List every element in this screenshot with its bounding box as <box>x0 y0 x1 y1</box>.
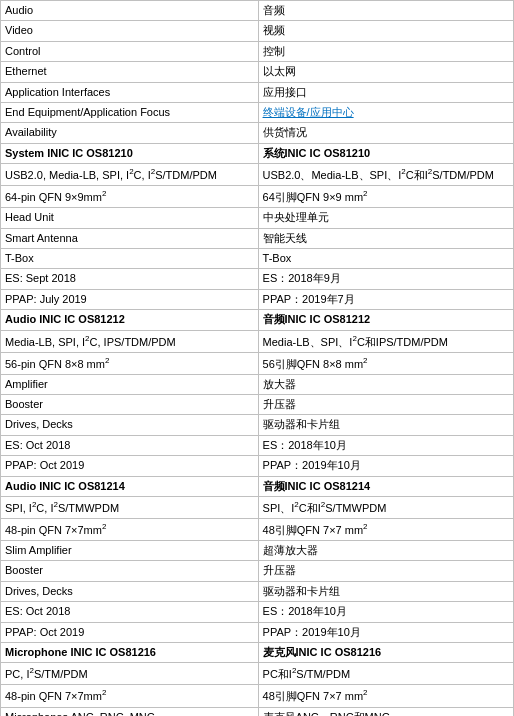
cell-zh: ES：2018年10月 <box>258 602 513 622</box>
table-row: Control控制 <box>1 41 514 61</box>
table-row: Amplifier放大器 <box>1 374 514 394</box>
cell-zh: 终端设备/应用中心 <box>258 102 513 122</box>
cell-en: 64-pin QFN 9×9mm2 <box>1 186 259 208</box>
cell-zh: 视频 <box>258 21 513 41</box>
table-row: End Equipment/Application Focus终端设备/应用中心 <box>1 102 514 122</box>
cell-en: ES: Oct 2018 <box>1 435 259 455</box>
cell-en: T-Box <box>1 249 259 269</box>
table-row: 56-pin QFN 8×8 mm256引脚QFN 8×8 mm2 <box>1 352 514 374</box>
cell-en: Media-LB, SPI, I2C, IPS/TDM/PDM <box>1 330 259 352</box>
cell-zh: USB2.0、Media-LB、SPI、I2C和I2S/TDM/PDM <box>258 164 513 186</box>
cell-en: 56-pin QFN 8×8 mm2 <box>1 352 259 374</box>
table-row: PPAP: July 2019PPAP：2019年7月 <box>1 289 514 309</box>
cell-zh: 供货情况 <box>258 123 513 143</box>
cell-zh: 智能天线 <box>258 228 513 248</box>
cell-zh: 48引脚QFN 7×7 mm2 <box>258 685 513 707</box>
cell-en: Application Interfaces <box>1 82 259 102</box>
cell-en: Slim Amplifier <box>1 541 259 561</box>
cell-en: Drives, Decks <box>1 581 259 601</box>
table-row: ES: Sept 2018ES：2018年9月 <box>1 269 514 289</box>
cell-en: Head Unit <box>1 208 259 228</box>
cell-en: Smart Antenna <box>1 228 259 248</box>
table-row: Microphones ANC, RNC, MNC麦克风ANC、RNC和MNC <box>1 707 514 716</box>
table-row: PC, I2S/TM/PDMPC和I2S/TM/PDM <box>1 663 514 685</box>
cell-en: PPAP: Oct 2019 <box>1 622 259 642</box>
table-row: Application Interfaces应用接口 <box>1 82 514 102</box>
cell-zh: PPAP：2019年7月 <box>258 289 513 309</box>
cell-en: ES: Sept 2018 <box>1 269 259 289</box>
cell-en: SPI, I2C, I2S/TMWPDM <box>1 497 259 519</box>
cell-zh: 系统INIC IC OS81210 <box>258 143 513 163</box>
cell-zh: PPAP：2019年10月 <box>258 622 513 642</box>
cell-en: Booster <box>1 561 259 581</box>
cell-zh: 超薄放大器 <box>258 541 513 561</box>
cell-zh: 以太网 <box>258 62 513 82</box>
table-row: System INIC IC OS81210系统INIC IC OS81210 <box>1 143 514 163</box>
table-row: Video视频 <box>1 21 514 41</box>
table-row: PPAP: Oct 2019PPAP：2019年10月 <box>1 456 514 476</box>
cell-en: Audio INIC IC OS81212 <box>1 310 259 330</box>
cell-zh: PC和I2S/TM/PDM <box>258 663 513 685</box>
table-row: 64-pin QFN 9×9mm264引脚QFN 9×9 mm2 <box>1 186 514 208</box>
table-row: Audio音频 <box>1 1 514 21</box>
cell-zh: SPI、I2C和I2S/TMWPDM <box>258 497 513 519</box>
cell-en: ES: Oct 2018 <box>1 602 259 622</box>
table-row: Head Unit中央处理单元 <box>1 208 514 228</box>
cell-en: Audio INIC IC OS81214 <box>1 476 259 496</box>
cell-en: USB2.0, Media-LB, SPI, I2C, I2S/TDM/PDM <box>1 164 259 186</box>
cell-en: Ethernet <box>1 62 259 82</box>
table-row: ES: Oct 2018ES：2018年10月 <box>1 602 514 622</box>
cell-en: Audio <box>1 1 259 21</box>
table-row: 48-pin QFN 7×7mm248引脚QFN 7×7 mm2 <box>1 685 514 707</box>
cell-en: Video <box>1 21 259 41</box>
cell-en: PC, I2S/TM/PDM <box>1 663 259 685</box>
cell-zh: 音频INIC IC OS81214 <box>258 476 513 496</box>
cell-zh: 麦克风INIC IC OS81216 <box>258 643 513 663</box>
table-row: Drives, Decks驱动器和卡片组 <box>1 581 514 601</box>
cell-zh: 64引脚QFN 9×9 mm2 <box>258 186 513 208</box>
cell-zh: 升压器 <box>258 395 513 415</box>
cell-en: PPAP: July 2019 <box>1 289 259 309</box>
cell-zh: 48引脚QFN 7×7 mm2 <box>258 519 513 541</box>
cell-en: Booster <box>1 395 259 415</box>
table-row: Microphone INIC IC OS81216麦克风INIC IC OS8… <box>1 643 514 663</box>
table-row: SPI, I2C, I2S/TMWPDMSPI、I2C和I2S/TMWPDM <box>1 497 514 519</box>
table-row: Ethernet以太网 <box>1 62 514 82</box>
table-row: Slim Amplifier超薄放大器 <box>1 541 514 561</box>
cell-en: Availability <box>1 123 259 143</box>
table-row: PPAP: Oct 2019PPAP：2019年10月 <box>1 622 514 642</box>
cell-zh: 放大器 <box>258 374 513 394</box>
cell-en: Control <box>1 41 259 61</box>
cell-zh: ES：2018年10月 <box>258 435 513 455</box>
cell-en: PPAP: Oct 2019 <box>1 456 259 476</box>
cell-en: Microphone INIC IC OS81216 <box>1 643 259 663</box>
table-row: Audio INIC IC OS81214音频INIC IC OS81214 <box>1 476 514 496</box>
cell-en: Microphones ANC, RNC, MNC <box>1 707 259 716</box>
main-table: Audio音频Video视频Control控制Ethernet以太网Applic… <box>0 0 514 716</box>
table-row: Booster升压器 <box>1 561 514 581</box>
cell-en: 48-pin QFN 7×7mm2 <box>1 519 259 541</box>
cell-zh: 应用接口 <box>258 82 513 102</box>
cell-zh: 音频INIC IC OS81212 <box>258 310 513 330</box>
cell-zh: PPAP：2019年10月 <box>258 456 513 476</box>
cell-zh: 麦克风ANC、RNC和MNC <box>258 707 513 716</box>
table-row: T-BoxT-Box <box>1 249 514 269</box>
cell-zh: 升压器 <box>258 561 513 581</box>
table-row: Drives, Decks驱动器和卡片组 <box>1 415 514 435</box>
cell-zh: 控制 <box>258 41 513 61</box>
table-row: Smart Antenna智能天线 <box>1 228 514 248</box>
cell-zh: 中央处理单元 <box>258 208 513 228</box>
cell-zh: T-Box <box>258 249 513 269</box>
cell-zh: 56引脚QFN 8×8 mm2 <box>258 352 513 374</box>
cell-zh: Media-LB、SPI、I2C和IPS/TDM/PDM <box>258 330 513 352</box>
table-row: Media-LB, SPI, I2C, IPS/TDM/PDMMedia-LB、… <box>1 330 514 352</box>
table-row: Audio INIC IC OS81212音频INIC IC OS81212 <box>1 310 514 330</box>
table-row: USB2.0, Media-LB, SPI, I2C, I2S/TDM/PDMU… <box>1 164 514 186</box>
cell-zh: 音频 <box>258 1 513 21</box>
cell-zh: ES：2018年9月 <box>258 269 513 289</box>
table-row: ES: Oct 2018ES：2018年10月 <box>1 435 514 455</box>
cell-en: 48-pin QFN 7×7mm2 <box>1 685 259 707</box>
cell-en: System INIC IC OS81210 <box>1 143 259 163</box>
cell-zh: 驱动器和卡片组 <box>258 581 513 601</box>
cell-en: Amplifier <box>1 374 259 394</box>
